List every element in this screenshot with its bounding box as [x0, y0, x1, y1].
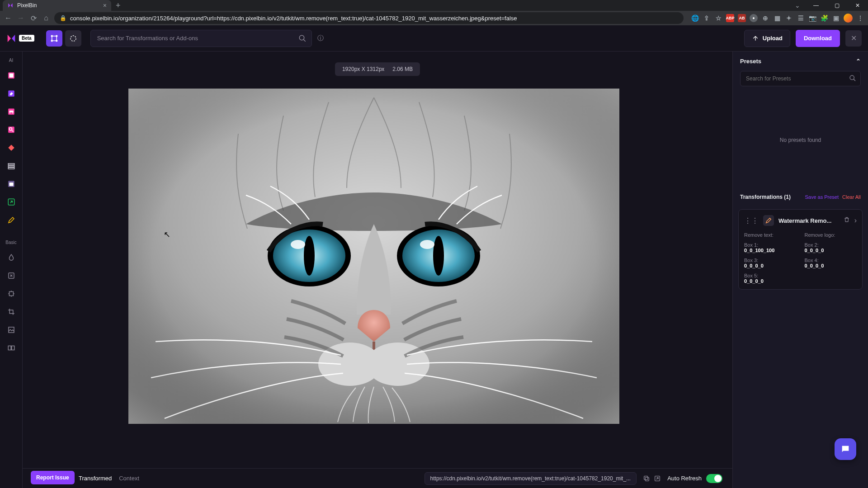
minimize-button[interactable]: —: [806, 0, 826, 11]
abp2-extension-icon[interactable]: AB: [738, 14, 746, 22]
bottom-bar: Transformed Context https://cdn.pixelbin…: [23, 468, 732, 488]
upload-button[interactable]: Upload: [744, 30, 790, 47]
param-box3-value: 0_0_0_0: [744, 263, 797, 268]
presets-title: Presets: [740, 58, 761, 65]
ext5-icon[interactable]: ☰: [797, 14, 805, 22]
rail-enhance[interactable]: [4, 122, 19, 137]
param-box3-label: Box 3:: [744, 258, 797, 263]
image-meta: 1920px X 1312px 2.06 MB: [335, 62, 420, 76]
rail-blur[interactable]: [4, 250, 19, 265]
right-panel: Presets ⌃ No presets found Transformatio…: [732, 52, 868, 488]
new-tab-button[interactable]: +: [111, 1, 125, 10]
svg-point-5: [71, 36, 76, 41]
ext3-icon[interactable]: ▦: [773, 14, 781, 22]
image-dimensions: 1920px X 1312px: [342, 66, 384, 72]
rail-diamond[interactable]: [4, 141, 19, 155]
browser-chrome: PixelBin × + ← → ⟳ ⌂ 🔒 console.pixelbin.…: [0, 0, 868, 25]
mode-transform-button[interactable]: [65, 30, 81, 47]
transformations-head: Transformations (1) Save as Preset Clear…: [733, 188, 868, 206]
image-filesize: 2.06 MB: [392, 66, 413, 72]
svg-rect-17: [8, 168, 14, 169]
chat-fab[interactable]: [835, 438, 856, 460]
bookmark-icon[interactable]: ☆: [714, 14, 722, 22]
forward-button[interactable]: →: [16, 14, 25, 22]
beta-badge: Beta: [19, 35, 34, 42]
presets-search-input[interactable]: [740, 71, 861, 86]
abp-extension-icon[interactable]: ABP: [726, 14, 734, 22]
image-preview[interactable]: [128, 89, 619, 424]
auto-refresh-toggle[interactable]: [706, 474, 722, 483]
tab-strip: PixelBin × +: [0, 0, 868, 11]
search-icon[interactable]: [298, 34, 307, 42]
mode-select-button[interactable]: [46, 30, 62, 47]
extensions-icon[interactable]: 🧩: [820, 14, 828, 22]
rail-compress[interactable]: [4, 268, 19, 283]
menu-icon[interactable]: ⋮: [856, 14, 864, 22]
tab-context[interactable]: Context: [119, 475, 139, 482]
rail-crop[interactable]: [4, 305, 19, 319]
search-input[interactable]: [90, 30, 312, 47]
rail-extend[interactable]: [4, 286, 19, 301]
cursor-icon: ↖: [164, 230, 170, 239]
ext2-icon[interactable]: ⊕: [761, 14, 769, 22]
svg-rect-15: [8, 164, 14, 165]
reload-button[interactable]: ⟳: [29, 14, 38, 23]
open-url-icon[interactable]: [654, 475, 661, 482]
tab-transformed[interactable]: Transformed: [79, 475, 112, 482]
param-remove-text-label: Remove text:: [744, 232, 797, 238]
canvas-area: 1920px X 1312px 2.06 MB: [23, 52, 732, 488]
back-button[interactable]: ←: [4, 14, 13, 22]
save-preset-link[interactable]: Save as Preset: [805, 194, 839, 200]
presets-head[interactable]: Presets ⌃: [733, 52, 868, 71]
output-url[interactable]: https://cdn.pixelbin.io/v2/tutkit/wm.rem…: [425, 472, 637, 485]
rail-erase[interactable]: [4, 86, 19, 101]
maximize-button[interactable]: ▢: [826, 0, 847, 11]
close-window-button[interactable]: ✕: [847, 0, 868, 11]
rail-section-basic: Basic: [5, 240, 16, 245]
window-controls: — ▢ ✕: [806, 0, 868, 11]
info-icon[interactable]: ⓘ: [317, 34, 324, 42]
browser-tab[interactable]: PixelBin ×: [3, 0, 111, 11]
ext-icon[interactable]: ●: [750, 14, 758, 22]
home-button[interactable]: ⌂: [42, 14, 51, 22]
rail-bg-remove[interactable]: [4, 68, 19, 83]
transformation-name: Watermark Remo...: [778, 217, 839, 224]
share-icon[interactable]: ⇪: [703, 14, 711, 22]
svg-point-12: [12, 113, 13, 113]
camera-extension-icon[interactable]: 📷: [808, 14, 816, 22]
logo[interactable]: Beta: [6, 33, 34, 43]
expand-transformation-icon[interactable]: ›: [854, 216, 857, 225]
translate-icon[interactable]: 🌐: [691, 14, 699, 22]
download-button[interactable]: Download: [796, 30, 840, 47]
chevron-down-icon[interactable]: ⌄: [795, 2, 800, 9]
clear-all-link[interactable]: Clear All: [842, 194, 861, 200]
tab-close-icon[interactable]: ×: [103, 2, 107, 9]
ext4-icon[interactable]: ✦: [785, 14, 793, 22]
rail-flat[interactable]: [4, 323, 19, 337]
rail-window[interactable]: [4, 177, 19, 191]
rail-section-ai: AI: [9, 58, 13, 63]
delete-transformation-icon[interactable]: [844, 216, 850, 225]
rail-external[interactable]: [4, 195, 19, 209]
left-rail: AI Basic: [0, 52, 23, 488]
no-presets-message: No presets found: [733, 92, 868, 188]
profile-avatar[interactable]: [844, 14, 853, 23]
rail-brush[interactable]: [4, 213, 19, 227]
presets-search-icon[interactable]: [849, 75, 856, 82]
param-remove-logo-label: Remove logo:: [805, 232, 857, 238]
url-bar[interactable]: 🔒 console.pixelbin.io/organization/21526…: [54, 12, 684, 24]
svg-rect-39: [644, 476, 648, 479]
svg-rect-8: [9, 74, 13, 78]
report-issue-button[interactable]: Report Issue: [31, 471, 75, 484]
rail-car[interactable]: [4, 104, 19, 119]
rail-flip[interactable]: [4, 341, 19, 355]
rail-layers[interactable]: [4, 159, 19, 173]
copy-url-icon[interactable]: [643, 475, 650, 482]
close-panel-button[interactable]: ✕: [845, 30, 862, 47]
drag-handle-icon[interactable]: ⋮⋮: [744, 216, 759, 225]
panel-icon[interactable]: ▣: [832, 14, 840, 22]
svg-rect-19: [9, 183, 13, 186]
auto-refresh-label: Auto Refresh: [667, 475, 702, 482]
svg-point-11: [9, 113, 10, 113]
chevron-up-icon[interactable]: ⌃: [856, 58, 861, 65]
